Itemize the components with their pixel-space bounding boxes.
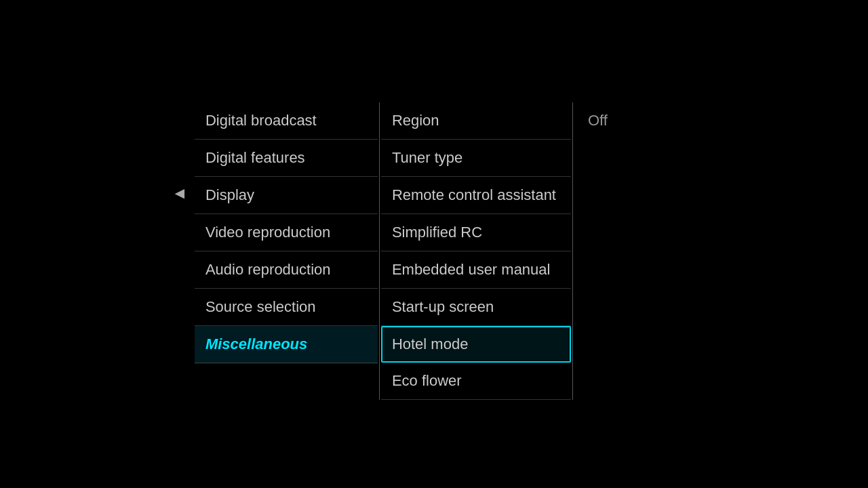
right-panel: Off bbox=[574, 102, 696, 129]
back-arrow-icon[interactable]: ◄ bbox=[172, 184, 188, 203]
left-menu-item-miscellaneous[interactable]: Miscellaneous bbox=[195, 326, 378, 363]
middle-menu: RegionTuner typeRemote control assistant… bbox=[381, 102, 571, 400]
middle-menu-item-simplified-rc[interactable]: Simplified RC bbox=[381, 214, 571, 251]
left-menu-item-source-selection[interactable]: Source selection bbox=[195, 289, 378, 326]
left-divider bbox=[379, 102, 380, 400]
middle-menu-item-region[interactable]: Region bbox=[381, 102, 571, 140]
middle-menu-item-hotel-mode[interactable]: Hotel mode bbox=[381, 326, 571, 363]
middle-menu-item-start-up-screen[interactable]: Start-up screen bbox=[381, 289, 571, 326]
left-menu-item-digital-features[interactable]: Digital features bbox=[195, 140, 378, 177]
middle-menu-item-remote-control-assistant[interactable]: Remote control assistant bbox=[381, 177, 571, 214]
left-menu: Digital broadcastDigital featuresDisplay… bbox=[195, 102, 378, 363]
middle-menu-item-eco-flower[interactable]: Eco flower bbox=[381, 363, 571, 400]
right-value: Off bbox=[588, 112, 696, 129]
left-menu-item-digital-broadcast[interactable]: Digital broadcast bbox=[195, 102, 378, 140]
menu-container: ◄ Digital broadcastDigital featuresDispl… bbox=[172, 102, 696, 400]
middle-menu-item-tuner-type[interactable]: Tuner type bbox=[381, 140, 571, 177]
middle-menu-item-embedded-user-manual[interactable]: Embedded user manual bbox=[381, 251, 571, 289]
left-menu-item-video-reproduction[interactable]: Video reproduction bbox=[195, 214, 378, 251]
right-divider bbox=[572, 102, 573, 400]
left-menu-item-audio-reproduction[interactable]: Audio reproduction bbox=[195, 251, 378, 289]
left-menu-item-display[interactable]: Display bbox=[195, 177, 378, 214]
